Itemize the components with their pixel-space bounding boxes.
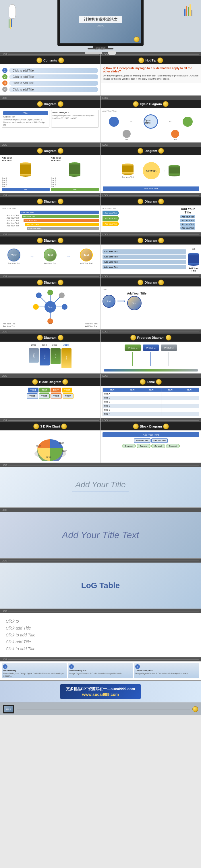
td-3-3 [161,400,180,404]
pie-body: TEXT TEXT TEXT TEXT [0,430,100,463]
globe-r2l [37,101,43,107]
bd2-concept2: Concept [137,444,150,448]
spider-slide: LOG Diagram Text [0,274,101,329]
block-diag-slide: LOG Block Diagram TEXT TEXT TEXT TEXT TE… [0,374,101,418]
circle-1-label: Add Your Text [8,262,20,264]
blk-b2: TEXT [39,393,50,399]
td-5-1 [123,408,142,412]
td-4-1 [123,404,142,408]
funnel-labels: Add Your Text Add Your Text Add Your Tex… [2,214,19,227]
db-btn-text2: Text [51,188,99,191]
td-6-1 [123,412,142,416]
table-slide: LOG Table TEXT TEXT TEXT TEXT TEXT [101,374,201,418]
block-diag2-slide: LOG Block Diagram Add Your Text Add Your… [101,418,201,463]
concept-arrow: → [136,168,140,173]
td-3-1 [123,400,142,404]
click-add-area: Click to Click add Title Click to add Ti… [0,613,201,657]
cycle-arrow-1: → [130,120,133,124]
phase-2-col: Phase 2 [143,344,159,366]
ar-row2: Add Your Text [102,216,175,221]
click-to-text: Click to [6,619,195,623]
circle-2: Text [44,249,57,261]
concept-body: Add Your Text → Concept → [101,155,201,186]
log-r4l: LOG [2,194,7,197]
hot-tip-body: ◇ How do I incorporate my logo to a slid… [101,64,201,83]
log-table-area: LoG Table [0,563,201,609]
db-left-body: Add YourTitle Text Text 1Text 2Text 3Tex… [0,155,100,193]
theme-description: ThemeGallery is a Design Digital Content… [3,118,48,126]
log-r7r: LOG [102,330,108,333]
fl3: Add Your Text [2,219,19,221]
info-card-1: 1 ThemeGallery ThemeGallery is a Design … [2,663,67,678]
hot-tip-slide: LOG Hot Tip ◇ How do I incorporate my lo… [101,52,201,95]
db-right-header: Diagram [101,237,201,245]
concept-arrow2: → [162,168,166,173]
timeline-title: Diagram [44,336,57,339]
globe-r3l [37,148,43,154]
arrow-right-slide: LOG Diagram Add Your Text Add Your Text … [101,193,201,232]
contents-slide: LOG Contents 1 Click to add Title 2 Clic… [0,52,101,95]
fb1: Add Your Text [27,227,99,230]
cards-circle-l: Text [102,295,115,308]
cards-add-text: Text [102,288,200,291]
db-left-header: Diagram [0,147,100,155]
fb3: Add Your Text [24,219,99,222]
p1-line [132,352,133,366]
cycle-name: Cycle name [144,119,157,124]
card-num-1: 1 [3,664,7,669]
th-1: TEXT [123,388,142,392]
table-header: Table [101,378,201,386]
circles-title: Diagram [44,239,57,242]
diagram-theme-body: Title Add your text ThemeGallery is a De… [0,108,100,129]
block-diag2-header: Block Diagram [101,422,201,430]
bd2-row1: Add Your Text Add Your Text [102,438,200,443]
blk-b1: TEXT [27,393,38,399]
pie-label-1: TEXT [59,442,64,444]
tl-line2 [47,345,52,345]
fl4: Add Your Text [2,222,19,224]
log-r5l: LOG [2,233,7,236]
pie-label-4: TEXT [36,445,41,447]
globe-r2r [133,101,139,107]
ar-texts: Add Your Text Add Your Text Add Your Tex… [180,215,195,229]
spider-labels-2: Add Your Text Add Your Text [2,325,99,327]
globe-icon-4 [157,58,163,63]
globe-r7r-2 [166,335,171,340]
td-1-1 [123,392,142,396]
fb2: Add Your Text [25,223,99,226]
drt1: Add Your Text [102,249,187,254]
info-card-3: 3 ThemeGallery is a Design Digital Conte… [134,663,199,678]
click-add-title-1: Click add Title [6,626,195,630]
blk-t2: TEXT [39,388,50,393]
contents-label-1: Click to add Title [9,68,98,73]
pie-svg: TEXT TEXT TEXT TEXT [30,432,70,461]
block-diag2-title: Block Diagram [140,425,162,428]
fb5: Add Your Text [20,211,99,214]
ar-t1: Add Your Text [180,215,195,218]
cards-diagram: Text ⟹ Add Your Title Text [102,292,200,310]
log-banner-r6l: LOG [0,274,100,278]
hero-section: 计算机专业毕业论文 LOG O 黑鸟图库 [0,0,201,52]
sl1: Add Your Text [3,323,15,325]
globe-r4r [138,198,143,204]
db-right-title: Diagram [144,239,157,242]
circles-slide: LOG Diagram Text Add Your Text → Text [0,232,101,274]
log-r8l: LOG [2,374,7,377]
add-your-title-r4: Add YourTitle [181,207,195,214]
sl2: Text [48,323,52,325]
globe-r5l [37,238,43,243]
row-9: LOG 3-D Pie Chart TEXT TEXT [0,418,201,463]
progress-bar-full [104,369,198,372]
log-banner-ats2: LOG [0,508,201,512]
add-your-title-cards: Add Your Title [127,292,146,295]
globe-r8r [140,379,145,385]
cards-body: Text Text ⟹ Add Your Title Text [101,286,201,312]
block-diag-title: Block Diagram [39,380,61,383]
add-url-text: Add your text [3,116,48,118]
log-banner-r9r: LOG [101,418,201,422]
click-add-title-2: Click to add Title [6,633,195,637]
globe-r8r-2 [156,379,162,385]
globe-r5l-2 [58,238,63,243]
hero-decoration-right [185,4,192,16]
add-your-title-r5: Add YourTitle [188,267,198,272]
